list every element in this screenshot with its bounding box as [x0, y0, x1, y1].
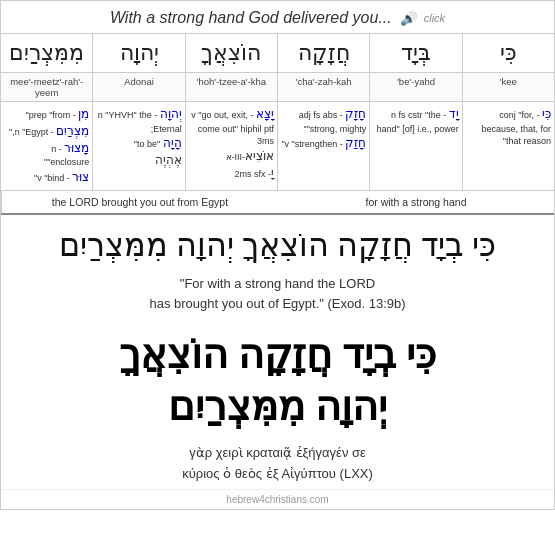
summary-row: the LORD brought you out from Egypt for … [1, 191, 554, 215]
def-adonai: יְהוָה - n "YHVH" the Eternal; הָיָה "to… [92, 102, 184, 190]
large-hebrew-display: כִּי בְיָד חֲזָקָה הוֹצִאֲךָ יְהוָה מִמִ… [1, 321, 554, 437]
summary-left: the LORD brought you out from Egypt [1, 191, 278, 213]
hebrew-word-3[interactable]: הוֹצִאֲךָ [185, 34, 277, 72]
def-kee: כִּי - conj "for, because, that, for tha… [462, 102, 554, 190]
title-bar: With a strong hand God delivered you... … [1, 1, 554, 34]
greek-line2: κύριος ὁ θεὸς ἐξ Αἰγύπτου (LXX) [11, 464, 544, 485]
hebrew-word-2[interactable]: יְהוָה [92, 34, 184, 72]
english-text-line2: has brought you out of Egypt." (Exod. 13… [149, 296, 405, 311]
hebrew-word-6[interactable]: כִּי [462, 34, 554, 72]
translit-2: Adonai [92, 73, 184, 101]
definition-row: כִּי - conj "for, because, that, for tha… [1, 102, 554, 191]
greek-line1: γὰρ χειρὶ κραταιᾷ ἐξήγαγέν σε [11, 443, 544, 464]
translit-row: kee' be'-yahd' cha'-zah-kah' hoh'-tzee-a… [1, 73, 554, 102]
hebrew-header-row: כִּי בְּיָד חֲזָקָה הוֹצִאֲךָ יְהוָה מִמ… [1, 34, 554, 73]
hebrew-word-1[interactable]: מִמִּצְרַיִם [1, 34, 92, 72]
english-text-line1: "For with a strong hand the LORD [180, 276, 375, 291]
def-beyahd: יָד - n fs cstr "the hand" [of] i.e., po… [369, 102, 461, 190]
title-text: With a strong hand God delivered you... [110, 9, 392, 27]
translit-6: kee' [462, 73, 554, 101]
summary-right: for with a strong hand [278, 191, 554, 213]
translit-1: mee'-meetz'-rah'-yeem [1, 73, 92, 101]
translit-4: cha'-zah-kah' [277, 73, 369, 101]
large-hebrew-line2: יְהוָה מִמִּצְרַיִם [11, 381, 544, 433]
footer[interactable]: hebrew4christians.com [1, 489, 554, 509]
large-hebrew-line1: כִּי בְיָד חֲזָקָה הוֹצִאֲךָ [11, 329, 544, 381]
def-mimitrayim: מִן - prep "from" מִצְרַיִם - n "Egypt,"… [1, 102, 92, 190]
page-wrapper: With a strong hand God delivered you... … [0, 0, 555, 510]
def-hotziakha: יָצָא - v "go out, exit, come out" hiphi… [185, 102, 277, 190]
translit-5: be'-yahd' [369, 73, 461, 101]
greek-text: γὰρ χειρὶ κραταιᾷ ἐξήγαγέν σε κύριος ὁ θ… [1, 437, 554, 489]
def-chazakah: חָזָק - adj fs abs "strong, mighty" חָזַ… [277, 102, 369, 190]
speaker-icon[interactable]: 🔊 [400, 11, 416, 26]
translit-3: hoh'-tzee-a'-kha' [185, 73, 277, 101]
main-hebrew-verse: כִּי בְיָד חֲזָקָה הוֹצִאֲךָ יְהוָה מִמִ… [1, 215, 554, 271]
english-translation: "For with a strong hand the LORD has bro… [1, 270, 554, 321]
hebrew-word-5[interactable]: בְּיָד [369, 34, 461, 72]
click-label: click [424, 12, 445, 24]
hebrew-word-4[interactable]: חֲזָקָה [277, 34, 369, 72]
